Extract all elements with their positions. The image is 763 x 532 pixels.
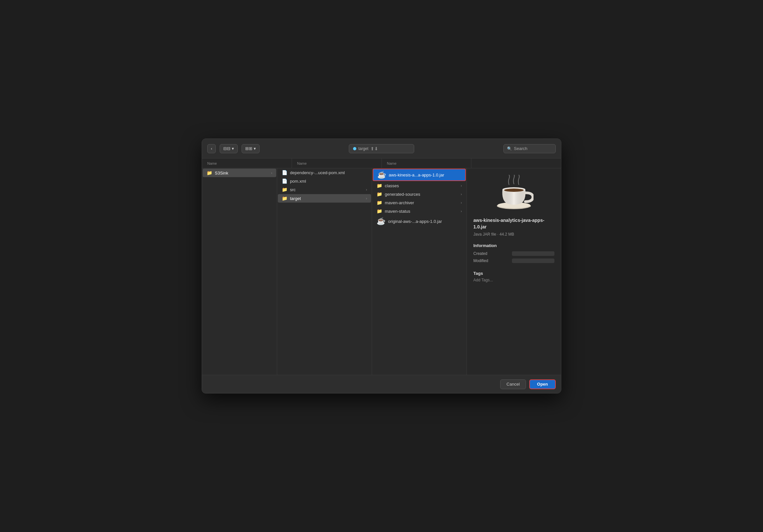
grid-view-icon: ⊞⊞ bbox=[245, 146, 252, 151]
file-dialog: ‹ ⊟⊟ ▾ ⊞⊞ ▾ target ⬆⬇ 🔍 Search Name Name bbox=[202, 139, 561, 393]
chevron-icon: › bbox=[366, 196, 367, 200]
xml-icon: 📄 bbox=[282, 170, 287, 175]
back-icon: ‹ bbox=[211, 146, 212, 151]
dropdown-arrow: ▾ bbox=[232, 146, 234, 151]
tags-section: Tags Add Tags... bbox=[473, 271, 554, 282]
item-name: classes bbox=[385, 183, 399, 188]
item-name: dependency-...uced-pom.xml bbox=[290, 170, 345, 175]
col3-header: Name bbox=[382, 159, 472, 168]
column-2: 📄 dependency-...uced-pom.xml 📄 pom.xml 📁… bbox=[277, 168, 372, 375]
folder-icon: 📁 bbox=[207, 170, 212, 175]
coffee-cup-svg bbox=[494, 175, 533, 211]
path-bar[interactable]: target ⬆⬇ bbox=[349, 144, 414, 153]
chevron-icon: › bbox=[461, 192, 462, 196]
chevron-icon: › bbox=[461, 201, 462, 205]
list-item[interactable]: ☕ aws-kinesis-a...a-apps-1.0.jar bbox=[373, 168, 466, 181]
list-item[interactable]: 📁 src › bbox=[277, 185, 372, 194]
open-button[interactable]: Open bbox=[529, 379, 556, 389]
path-arrows: ⬆⬇ bbox=[371, 146, 378, 151]
column-headers: Name Name Name bbox=[202, 159, 561, 168]
cancel-button[interactable]: Cancel bbox=[500, 379, 526, 389]
folder-icon: 📁 bbox=[377, 191, 382, 197]
info-label: Information bbox=[473, 243, 554, 248]
main-content: 📁 S3Sink › 📄 dependency-...uced-pom.xml … bbox=[202, 168, 561, 375]
chevron-icon: › bbox=[461, 184, 462, 187]
preview-panel: aws-kinesis-analytics-java-apps-1.0.jar … bbox=[467, 168, 561, 375]
list-item[interactable]: 📁 maven-archiver › bbox=[372, 198, 467, 207]
back-button[interactable]: ‹ bbox=[207, 144, 216, 153]
item-name: generated-sources bbox=[385, 192, 420, 197]
created-label: Created bbox=[473, 251, 488, 256]
item-name: maven-status bbox=[385, 209, 410, 214]
list-item[interactable]: 📁 generated-sources › bbox=[372, 190, 467, 198]
item-name: target bbox=[290, 196, 301, 201]
item-name: S3Sink bbox=[215, 170, 228, 175]
list-item[interactable]: 📁 target › bbox=[278, 194, 371, 203]
list-item[interactable]: 📁 S3Sink › bbox=[203, 168, 276, 177]
preview-filetype: Java JAR file · 44.2 MB bbox=[473, 232, 514, 237]
col2-header: Name bbox=[292, 159, 382, 168]
folder-icon: 📁 bbox=[282, 187, 287, 192]
search-icon: 🔍 bbox=[507, 147, 512, 151]
tags-label: Tags bbox=[473, 271, 554, 276]
item-name: src bbox=[290, 187, 295, 192]
list-item[interactable]: 📁 classes › bbox=[372, 181, 467, 190]
column-1: 📁 S3Sink › bbox=[202, 168, 277, 375]
folder-icon: 📁 bbox=[377, 183, 382, 188]
search-placeholder: Search bbox=[514, 146, 527, 151]
list-item[interactable]: 📄 dependency-...uced-pom.xml bbox=[277, 168, 372, 177]
path-text: target bbox=[358, 147, 369, 151]
col1-header: Name bbox=[202, 159, 292, 168]
column-3: ☕ aws-kinesis-a...a-apps-1.0.jar 📁 class… bbox=[372, 168, 467, 375]
grid-view-button[interactable]: ⊞⊞ ▾ bbox=[242, 144, 260, 153]
chevron-icon: › bbox=[366, 187, 367, 191]
path-indicator bbox=[353, 147, 356, 150]
modified-label: Modified bbox=[473, 259, 488, 263]
list-item[interactable]: 📄 pom.xml bbox=[277, 177, 372, 185]
info-section: Information Created Modified bbox=[473, 243, 554, 266]
xml-icon: 📄 bbox=[282, 178, 287, 184]
preview-filename: aws-kinesis-analytics-java-apps-1.0.jar bbox=[473, 217, 554, 230]
dropdown-arrow2: ▾ bbox=[254, 146, 256, 151]
list-item[interactable]: ☕ original-aws-...a-apps-1.0.jar bbox=[372, 215, 467, 227]
list-item[interactable]: 📁 maven-status › bbox=[372, 207, 467, 215]
chevron-icon: › bbox=[271, 171, 272, 175]
chevron-icon: › bbox=[461, 209, 462, 213]
col4-header bbox=[472, 159, 561, 168]
add-tags[interactable]: Add Tags... bbox=[473, 278, 554, 282]
modified-value bbox=[512, 259, 554, 263]
item-name: pom.xml bbox=[290, 179, 306, 184]
svg-point-3 bbox=[504, 188, 524, 192]
item-name: aws-kinesis-a...a-apps-1.0.jar bbox=[389, 172, 444, 177]
bottom-bar: Cancel Open bbox=[202, 375, 561, 393]
created-row: Created bbox=[473, 251, 554, 256]
folder-icon: 📁 bbox=[377, 208, 382, 214]
item-name: original-aws-...a-apps-1.0.jar bbox=[388, 219, 442, 224]
column-view-icon: ⊟⊟ bbox=[223, 146, 231, 151]
item-name: maven-archiver bbox=[385, 200, 414, 205]
jar-icon: ☕ bbox=[377, 170, 386, 179]
created-value bbox=[512, 251, 554, 256]
column-view-button[interactable]: ⊟⊟ ▾ bbox=[220, 144, 238, 153]
toolbar: ‹ ⊟⊟ ▾ ⊞⊞ ▾ target ⬆⬇ 🔍 Search bbox=[202, 139, 561, 159]
jar-icon: ☕ bbox=[377, 217, 385, 226]
search-container[interactable]: 🔍 Search bbox=[503, 144, 556, 153]
folder-icon: 📁 bbox=[377, 200, 382, 205]
modified-row: Modified bbox=[473, 259, 554, 263]
file-preview-icon bbox=[473, 175, 554, 211]
folder-icon: 📁 bbox=[282, 196, 287, 201]
